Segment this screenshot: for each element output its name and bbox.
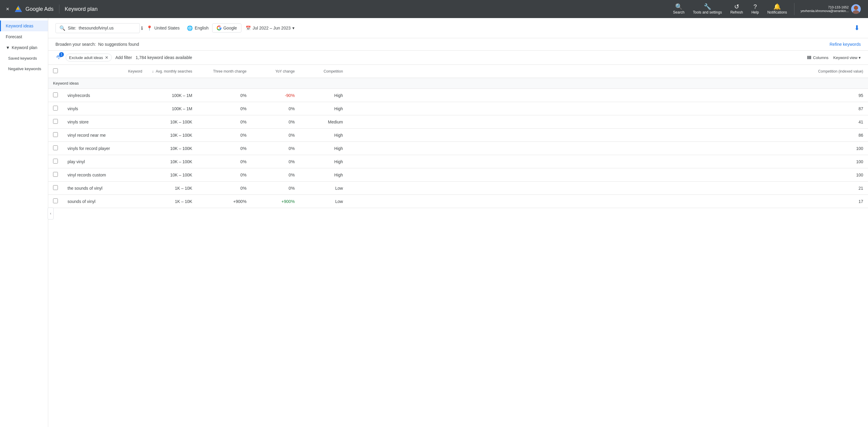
row-avg-monthly: 10K – 100K bbox=[147, 129, 197, 142]
calendar-icon: 📅 bbox=[246, 26, 251, 30]
filter-bar: 1 Exclude adult ideas ✕ Add filter 1,784… bbox=[48, 51, 868, 65]
avatar bbox=[851, 4, 861, 14]
row-yoy: 0% bbox=[251, 182, 300, 195]
row-checkbox[interactable] bbox=[53, 172, 58, 177]
sidebar-item-keyword-ideas[interactable]: Keyword ideas bbox=[0, 21, 48, 31]
date-range-button[interactable]: 📅 Jul 2022 – Jun 2023 ▾ bbox=[241, 24, 299, 32]
google-ads-logo: Google Ads bbox=[13, 4, 54, 14]
row-checkbox-cell bbox=[48, 129, 63, 142]
date-range-label: Jul 2022 – Jun 2023 bbox=[253, 26, 290, 30]
row-comp-indexed: 17 bbox=[348, 195, 868, 208]
row-avg-monthly: 10K – 100K bbox=[147, 168, 197, 182]
language-selector[interactable]: 🌐 English bbox=[183, 24, 212, 33]
th-competition-indexed[interactable]: Competition (indexed value) bbox=[348, 65, 868, 78]
help-nav-icon: ? bbox=[753, 4, 757, 10]
help-nav-label: Help bbox=[751, 10, 759, 14]
row-checkbox[interactable] bbox=[53, 106, 58, 110]
row-checkbox-cell bbox=[48, 195, 63, 208]
table-row: the sounds of vinyl 1K – 10K 0% 0% Low 2… bbox=[48, 182, 868, 195]
location-label: United States bbox=[154, 26, 180, 30]
row-checkbox[interactable] bbox=[53, 185, 58, 190]
download-button[interactable]: ⬇ bbox=[853, 23, 861, 33]
exclude-adult-label: Exclude adult ideas bbox=[69, 56, 103, 60]
chevron-down-icon: ▾ bbox=[859, 56, 861, 60]
exclude-adult-chip[interactable]: Exclude adult ideas ✕ bbox=[66, 54, 112, 61]
th-competition[interactable]: Competition bbox=[300, 65, 348, 78]
app-name: Google Ads bbox=[26, 6, 54, 12]
row-checkbox[interactable] bbox=[53, 119, 58, 124]
row-keyword: vinyl record near me bbox=[63, 129, 147, 142]
keyword-view-button[interactable]: Keyword view ▾ bbox=[833, 56, 861, 60]
row-checkbox-cell bbox=[48, 102, 63, 115]
close-button[interactable]: × bbox=[5, 5, 10, 13]
search-engine-button[interactable]: Google bbox=[212, 24, 241, 33]
sidebar-item-negative-keywords[interactable]: Negative keywords bbox=[0, 64, 48, 74]
collapse-icon[interactable]: ‹ bbox=[48, 207, 54, 220]
sidebar-item-keyword-plan[interactable]: ▼ Keyword plan bbox=[0, 42, 48, 53]
row-checkbox-cell bbox=[48, 182, 63, 195]
filter-icon-wrapper[interactable]: 1 bbox=[56, 54, 62, 61]
broaden-text: Broaden your search: No suggestions foun… bbox=[56, 42, 139, 47]
top-navigation: × Google Ads Keyword plan 🔍 Search 🔧 Too… bbox=[0, 0, 868, 18]
row-comp-indexed: 86 bbox=[348, 129, 868, 142]
sidebar-item-saved-keywords[interactable]: Saved keywords bbox=[0, 53, 48, 64]
help-nav-button[interactable]: ? Help bbox=[748, 2, 763, 16]
columns-button[interactable]: Columns bbox=[807, 55, 829, 60]
collapse-sidebar-button[interactable]: ‹ bbox=[48, 207, 54, 220]
th-yoy[interactable]: YoY change bbox=[251, 65, 300, 78]
row-checkbox-cell bbox=[48, 168, 63, 182]
location-selector[interactable]: 📍 United States bbox=[143, 24, 183, 33]
site-value: thesoundofvinyl.us bbox=[79, 26, 114, 30]
row-yoy: 0% bbox=[251, 168, 300, 182]
th-avg-monthly[interactable]: ↓ Avg. monthly searches bbox=[147, 65, 197, 78]
user-info[interactable]: 710-133-1652 yevheniia.khromova@serankin… bbox=[798, 3, 863, 15]
row-competition: High bbox=[300, 155, 348, 168]
row-yoy: -90% bbox=[251, 89, 300, 102]
row-keyword: play vinyl bbox=[63, 155, 147, 168]
row-comp-indexed: 21 bbox=[348, 182, 868, 195]
notifications-nav-button[interactable]: 🔔 Notifications bbox=[764, 2, 790, 16]
select-all-checkbox[interactable] bbox=[53, 68, 58, 73]
row-avg-monthly: 100K – 1M bbox=[147, 89, 197, 102]
search-nav-button[interactable]: 🔍 Search bbox=[670, 2, 688, 16]
refine-keywords-button[interactable]: Refine keywords bbox=[830, 42, 861, 47]
search-engine-label: Google bbox=[223, 26, 237, 30]
row-competition: High bbox=[300, 168, 348, 182]
row-competition: Medium bbox=[300, 115, 348, 129]
tools-nav-button[interactable]: 🔧 Tools and settings bbox=[689, 2, 725, 16]
refresh-nav-label: Refresh bbox=[730, 10, 743, 14]
row-checkbox[interactable] bbox=[53, 145, 58, 150]
th-three-month[interactable]: Three month change bbox=[197, 65, 251, 78]
row-competition: High bbox=[300, 129, 348, 142]
svg-point-4 bbox=[852, 10, 859, 14]
row-competition: High bbox=[300, 102, 348, 115]
sidebar: Keyword ideas Forecast ▼ Keyword plan Sa… bbox=[0, 18, 48, 427]
row-checkbox[interactable] bbox=[53, 93, 58, 97]
search-nav-icon: 🔍 bbox=[675, 4, 683, 10]
content-area: 🔍 Site: thesoundofvinyl.us ℹ 📍 United St… bbox=[48, 18, 868, 427]
chevron-down-icon: ▾ bbox=[292, 26, 294, 30]
row-checkbox[interactable] bbox=[53, 132, 58, 137]
sidebar-item-forecast[interactable]: Forecast bbox=[0, 31, 48, 42]
user-email: yevheniia.khromova@serankin... bbox=[801, 9, 849, 13]
user-phone: 710-133-1652 bbox=[801, 5, 849, 9]
row-checkbox[interactable] bbox=[53, 198, 58, 203]
row-keyword: the sounds of vinyl bbox=[63, 182, 147, 195]
search-input-wrapper[interactable]: 🔍 Site: thesoundofvinyl.us bbox=[56, 23, 140, 33]
table-row: sounds of vinyl 1K – 10K +900% +900% Low… bbox=[48, 195, 868, 208]
th-keyword[interactable]: Keyword bbox=[63, 65, 147, 78]
chip-close-icon[interactable]: ✕ bbox=[105, 55, 108, 60]
row-checkbox-cell bbox=[48, 115, 63, 129]
keyword-table-container: Keyword ↓ Avg. monthly searches Three mo… bbox=[48, 65, 868, 208]
row-avg-monthly: 1K – 10K bbox=[147, 182, 197, 195]
row-three-month: 0% bbox=[197, 142, 251, 155]
row-checkbox[interactable] bbox=[53, 159, 58, 164]
search-nav-label: Search bbox=[673, 10, 684, 14]
row-comp-indexed: 100 bbox=[348, 142, 868, 155]
add-filter-button[interactable]: Add filter bbox=[116, 55, 132, 60]
row-yoy: 0% bbox=[251, 142, 300, 155]
row-yoy: 0% bbox=[251, 129, 300, 142]
top-nav-left: × Google Ads Keyword plan bbox=[5, 4, 666, 14]
refresh-nav-button[interactable]: ↺ Refresh bbox=[727, 2, 747, 16]
table-row: vinylrecords 100K – 1M 0% -90% High 95 bbox=[48, 89, 868, 102]
